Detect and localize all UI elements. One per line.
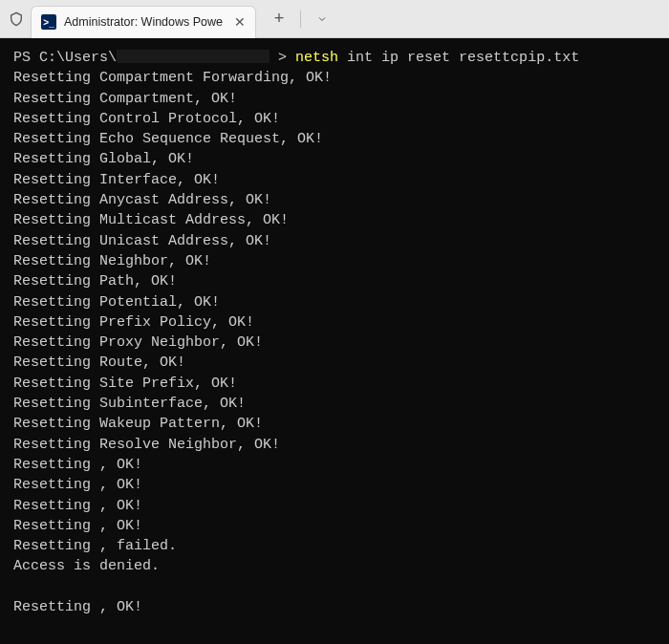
titlebar-buttons: + <box>264 4 337 34</box>
new-tab-button[interactable]: + <box>264 4 294 34</box>
tab-dropdown-button[interactable] <box>307 4 337 34</box>
prompt-username-redacted <box>117 50 270 63</box>
shield-icon <box>8 11 25 28</box>
prompt-arrow: > <box>278 50 287 66</box>
command-highlight: netsh <box>295 50 338 66</box>
terminal-output[interactable]: PS C:\Users\ > netsh int ip reset resett… <box>0 38 669 644</box>
prompt-prefix: PS C:\Users\ <box>13 50 117 66</box>
command-rest: int ip reset resettcpip.txt <box>338 50 579 66</box>
powershell-icon: >_ <box>41 14 56 30</box>
tab-title: Administrator: Windows Powe <box>64 15 223 29</box>
tab[interactable]: >_ Administrator: Windows Powe ✕ <box>31 6 256 38</box>
titlebar: >_ Administrator: Windows Powe ✕ + <box>0 0 669 38</box>
divider <box>300 11 301 28</box>
close-icon[interactable]: ✕ <box>234 15 246 29</box>
output-lines: Resetting Compartment Forwarding, OK! Re… <box>13 68 656 617</box>
